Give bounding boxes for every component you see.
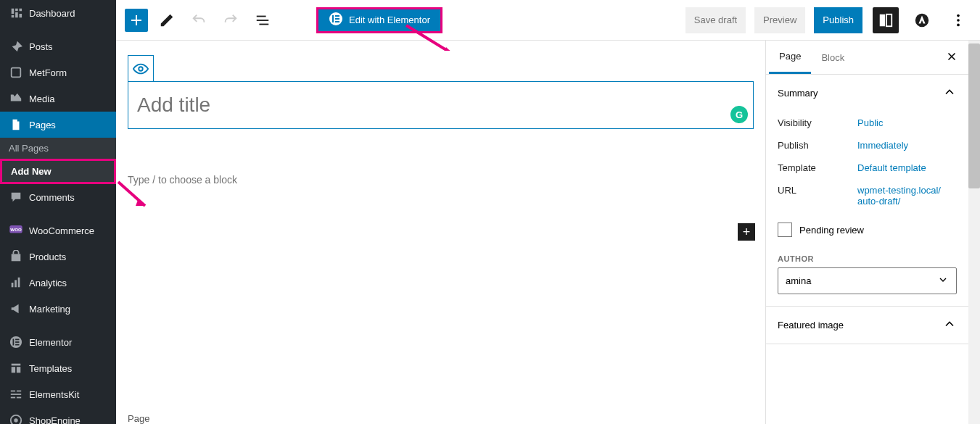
publish-button[interactable]: Publish <box>814 7 862 33</box>
sidebar-item-analytics[interactable]: Analytics <box>0 270 116 296</box>
sidebar-item-elementskit[interactable]: ElementsKit <box>0 381 116 407</box>
grammarly-badge[interactable]: G <box>730 106 748 123</box>
featured-image-title: Featured image <box>778 320 844 331</box>
visibility-row: VisibilityPublic <box>766 112 968 134</box>
sidebar-item-media[interactable]: Media <box>0 86 116 112</box>
svg-rect-3 <box>12 254 21 261</box>
sidebar-label: Analytics <box>29 278 67 288</box>
template-row: TemplateDefault template <box>766 157 968 179</box>
vertical-scrollbar[interactable] <box>968 41 980 424</box>
svg-rect-0 <box>12 68 21 78</box>
tab-page[interactable]: Page <box>769 41 811 74</box>
sidebar-item-pages[interactable]: Pages <box>0 112 116 138</box>
svg-rect-11 <box>15 344 19 346</box>
redo-button[interactable] <box>218 7 244 33</box>
url-label: URL <box>778 185 857 207</box>
settings-toggle-button[interactable] <box>873 7 899 33</box>
sidebar-item-posts[interactable]: Posts <box>0 33 116 59</box>
svg-rect-10 <box>15 341 19 343</box>
author-select[interactable]: amina <box>778 267 957 294</box>
author-value: amina <box>786 275 811 286</box>
sidebar-item-marketing[interactable]: Marketing <box>0 296 116 322</box>
products-icon <box>9 249 23 264</box>
tab-block[interactable]: Block <box>811 42 855 73</box>
page-icon <box>9 117 23 132</box>
sidebar-item-dashboard[interactable]: Dashboard <box>0 0 116 26</box>
url-value[interactable]: wpmet-testing.local/auto-draft/ <box>857 185 944 207</box>
undo-button[interactable] <box>186 7 212 33</box>
sidebar-label: Media <box>29 93 54 104</box>
inline-add-block-button[interactable]: + <box>738 223 755 241</box>
featured-image-section: Featured image <box>766 307 968 344</box>
analytics-icon <box>9 275 23 290</box>
chevron-down-icon <box>937 274 949 288</box>
woo-icon: WOO <box>9 223 23 238</box>
sidebar-item-templates[interactable]: Templates <box>0 355 116 381</box>
publish-row: PublishImmediately <box>766 134 968 157</box>
pending-review-row: Pending review <box>766 212 968 247</box>
svg-rect-9 <box>15 339 19 341</box>
svg-point-36 <box>957 23 960 26</box>
visibility-icon[interactable] <box>128 55 154 81</box>
title-block-wrapper: G <box>128 55 754 129</box>
svg-rect-19 <box>17 397 21 399</box>
featured-image-header[interactable]: Featured image <box>766 307 968 344</box>
block-type-hint[interactable]: Type / to choose a block <box>128 168 754 191</box>
sidebar-item-comments[interactable]: Comments <box>0 184 116 210</box>
sidebar-item-products[interactable]: Products <box>0 244 116 270</box>
save-draft-button[interactable]: Save draft <box>685 7 746 33</box>
sidebar-label: Comments <box>29 192 75 203</box>
svg-rect-17 <box>11 394 21 395</box>
chevron-up-icon <box>942 317 957 333</box>
svg-rect-14 <box>17 367 20 373</box>
preview-button[interactable]: Preview <box>754 7 805 33</box>
pending-review-checkbox[interactable] <box>778 223 792 237</box>
svg-rect-29 <box>335 21 339 22</box>
sidebar-item-metform[interactable]: MetForm <box>0 59 116 86</box>
svg-rect-32 <box>886 14 892 26</box>
options-button[interactable] <box>945 7 971 33</box>
summary-section: Summary VisibilityPublic PublishImmediat… <box>766 75 968 307</box>
visibility-value[interactable]: Public <box>857 117 883 128</box>
summary-header[interactable]: Summary <box>766 75 968 112</box>
chevron-up-icon <box>942 85 957 101</box>
add-block-button[interactable] <box>125 9 148 32</box>
sidebar-label: ElementsKit <box>29 389 79 400</box>
template-value[interactable]: Default template <box>857 162 926 173</box>
sidebar-sub-all-pages[interactable]: All Pages <box>0 138 116 159</box>
svg-rect-27 <box>335 15 339 17</box>
sidebar-label: Dashboard <box>29 8 75 19</box>
svg-rect-6 <box>18 278 20 288</box>
title-input[interactable] <box>128 81 754 129</box>
document-overview-button[interactable] <box>250 7 276 33</box>
svg-rect-16 <box>17 391 21 392</box>
elementor-btn-label: Edit with Elementor <box>349 14 430 25</box>
shopengine-icon <box>9 413 23 424</box>
tools-button[interactable] <box>154 7 180 33</box>
elementskit-icon <box>9 387 23 402</box>
author-section-label: AUTHOR <box>766 247 968 267</box>
editor-canvas-wrapper: G Type / to choose a block + Page Page B… <box>116 41 980 424</box>
sidebar-item-shopengine[interactable]: ShopEngine <box>0 407 116 424</box>
url-row: URLwpmet-testing.local/auto-draft/ <box>766 179 968 212</box>
svg-rect-24 <box>259 23 268 25</box>
inspector-tabs: Page Block <box>766 41 968 75</box>
publish-value[interactable]: Immediately <box>857 140 908 151</box>
visibility-label: Visibility <box>778 117 857 128</box>
svg-point-34 <box>957 14 960 17</box>
sidebar-label: Elementor <box>29 337 72 348</box>
sidebar-submenu: All Pages Add New <box>0 138 116 184</box>
astra-icon-button[interactable] <box>909 7 935 33</box>
media-icon <box>9 91 23 106</box>
sidebar-label: ShopEngine <box>29 415 81 425</box>
sidebar-sub-add-new[interactable]: Add New <box>0 159 116 184</box>
svg-rect-5 <box>15 280 17 287</box>
elementor-icon <box>9 335 23 349</box>
sidebar-item-elementor[interactable]: Elementor <box>0 329 116 355</box>
edit-with-elementor-button[interactable]: Edit with Elementor <box>316 7 442 33</box>
breadcrumb-page[interactable]: Page <box>128 413 149 424</box>
close-inspector-button[interactable] <box>938 43 965 72</box>
sidebar-item-woocommerce[interactable]: WOOWooCommerce <box>0 217 116 244</box>
sidebar-label: Pages <box>29 120 56 130</box>
scrollbar-thumb[interactable] <box>968 43 980 188</box>
